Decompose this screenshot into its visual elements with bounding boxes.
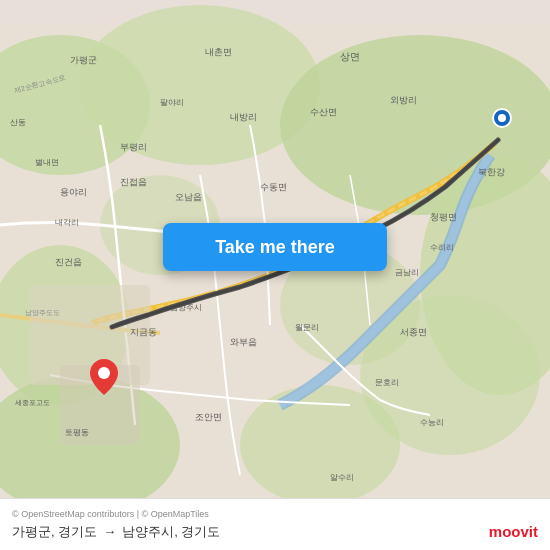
svg-text:부평리: 부평리 xyxy=(120,142,147,152)
take-me-there-button[interactable]: Take me there xyxy=(163,223,387,271)
svg-text:팔야리: 팔야리 xyxy=(160,98,184,107)
route-arrow: → xyxy=(103,524,116,539)
route-info: 가평군, 경기도 → 남양주시, 경기도 xyxy=(12,523,538,541)
svg-text:세종포고도: 세종포고도 xyxy=(15,399,50,406)
svg-text:내촌면: 내촌면 xyxy=(205,47,232,57)
svg-text:월문리: 월문리 xyxy=(295,323,319,332)
svg-text:내각리: 내각리 xyxy=(55,218,79,227)
destination-label: 남양주시, 경기도 xyxy=(122,523,220,541)
svg-text:남양주시: 남양주시 xyxy=(170,303,202,312)
svg-text:오남읍: 오남읍 xyxy=(175,192,202,202)
svg-text:알수리: 알수리 xyxy=(330,473,354,482)
svg-text:별내면: 별내면 xyxy=(35,158,59,167)
svg-text:서종면: 서종면 xyxy=(400,327,427,337)
svg-text:가평군: 가평군 xyxy=(70,55,97,65)
svg-text:상면: 상면 xyxy=(340,51,360,62)
svg-text:토평동: 토평동 xyxy=(65,428,89,437)
svg-text:남양주도도: 남양주도도 xyxy=(25,309,60,317)
svg-point-48 xyxy=(98,367,110,379)
svg-text:수능리: 수능리 xyxy=(420,418,444,427)
svg-text:산동: 산동 xyxy=(10,118,26,127)
svg-text:진접읍: 진접읍 xyxy=(120,177,147,187)
svg-text:조안면: 조안면 xyxy=(195,412,222,422)
svg-text:북한강: 북한강 xyxy=(478,167,505,177)
origin-marker xyxy=(90,359,118,395)
map-container: 상면 내촌면 가평군 산동 별내면 부평리 팔야리 내방리 수산면 외방리 북한… xyxy=(0,0,550,550)
svg-text:청평면: 청평면 xyxy=(430,212,457,222)
svg-text:외방리: 외방리 xyxy=(390,95,417,105)
moovit-logo: moovit xyxy=(489,523,538,540)
destination-marker xyxy=(492,108,512,128)
svg-text:수산면: 수산면 xyxy=(310,107,337,117)
svg-text:지금동: 지금동 xyxy=(130,327,157,337)
svg-text:문호리: 문호리 xyxy=(375,378,399,387)
attribution: © OpenStreetMap contributors | © OpenMap… xyxy=(12,509,538,519)
origin-label: 가평군, 경기도 xyxy=(12,523,97,541)
svg-text:와부읍: 와부읍 xyxy=(230,337,257,347)
svg-text:수동면: 수동면 xyxy=(260,182,287,192)
bottom-bar: © OpenStreetMap contributors | © OpenMap… xyxy=(0,498,550,550)
svg-text:내방리: 내방리 xyxy=(230,112,257,122)
svg-text:수리리: 수리리 xyxy=(430,243,454,252)
svg-text:용야리: 용야리 xyxy=(60,187,87,197)
svg-point-47 xyxy=(498,114,506,122)
svg-text:진건읍: 진건읍 xyxy=(55,257,82,267)
moovit-brand-name: moovit xyxy=(489,523,538,540)
svg-text:금남리: 금남리 xyxy=(395,268,419,277)
map-background: 상면 내촌면 가평군 산동 별내면 부평리 팔야리 내방리 수산면 외방리 북한… xyxy=(0,0,550,550)
